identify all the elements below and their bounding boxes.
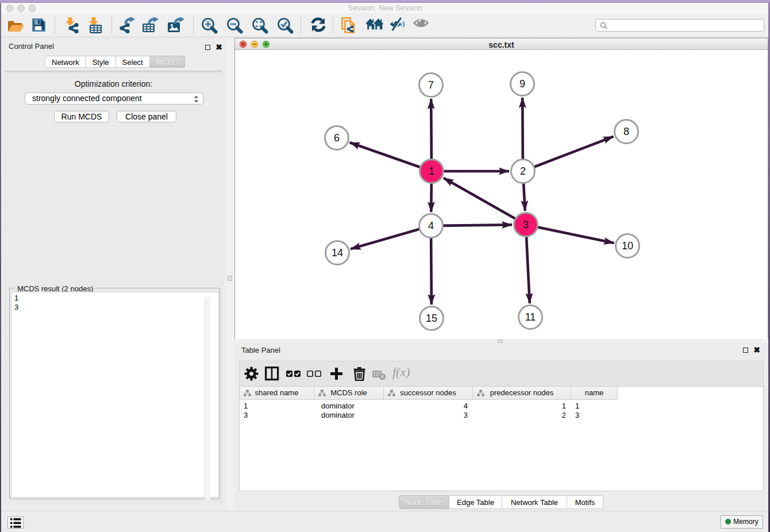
svg-text:15: 15 — [426, 313, 437, 324]
svg-text:10: 10 — [622, 240, 633, 252]
svg-text:8: 8 — [623, 126, 629, 137]
svg-text:2: 2 — [520, 165, 526, 177]
svg-text:9: 9 — [519, 78, 525, 90]
svg-text:11: 11 — [525, 311, 536, 323]
svg-text:3: 3 — [523, 219, 529, 230]
svg-text:4: 4 — [428, 220, 434, 232]
svg-text:1: 1 — [429, 165, 434, 177]
svg-text:6: 6 — [334, 132, 340, 144]
svg-text:7: 7 — [428, 79, 434, 91]
svg-text:14: 14 — [332, 247, 343, 259]
